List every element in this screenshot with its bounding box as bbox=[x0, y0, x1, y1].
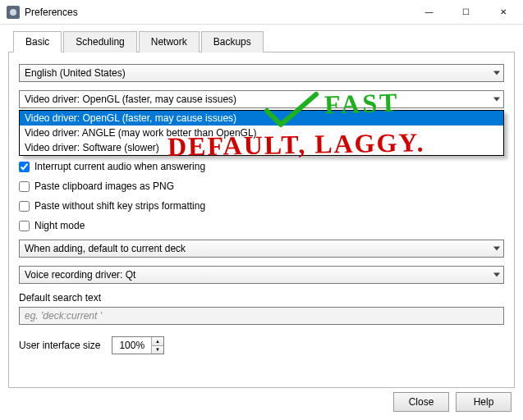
help-button[interactable]: Help bbox=[456, 392, 512, 412]
language-select[interactable]: English (United States) bbox=[19, 64, 504, 82]
night-mode-input[interactable] bbox=[19, 221, 30, 231]
chevron-down-icon bbox=[493, 247, 500, 251]
deck-default-value: When adding, default to current deck bbox=[25, 243, 186, 254]
paste-strip-label: Paste without shift key strips formattin… bbox=[34, 200, 205, 212]
window-titlebar: Preferences — ☐ ✕ bbox=[0, 0, 523, 25]
window-minimize-button[interactable]: — bbox=[411, 1, 447, 24]
deck-default-select[interactable]: When adding, default to current deck bbox=[19, 240, 504, 258]
voice-driver-value: Voice recording driver: Qt bbox=[25, 269, 135, 281]
paste-png-label: Paste clipboard images as PNG bbox=[34, 180, 174, 192]
tab-basic[interactable]: Basic bbox=[13, 31, 62, 52]
video-driver-option-software[interactable]: Video driver: Software (slower) bbox=[20, 140, 503, 155]
night-mode-checkbox[interactable]: Night mode bbox=[19, 220, 504, 231]
tab-backups[interactable]: Backups bbox=[201, 31, 264, 52]
paste-strip-input[interactable] bbox=[19, 201, 30, 212]
language-select-value: English (United States) bbox=[25, 67, 126, 79]
video-driver-option-opengl[interactable]: Video driver: OpenGL (faster, may cause … bbox=[20, 111, 503, 126]
video-driver-select-value: Video driver: OpenGL (faster, may cause … bbox=[25, 94, 236, 105]
basic-panel: English (United States) Video driver: Op… bbox=[8, 52, 515, 388]
video-driver-select[interactable]: Video driver: OpenGL (faster, may cause … bbox=[19, 90, 504, 108]
interrupt-audio-label: Interrupt current audio when answering bbox=[34, 161, 205, 172]
app-icon bbox=[7, 6, 20, 19]
paste-strip-checkbox[interactable]: Paste without shift key strips formattin… bbox=[19, 200, 504, 212]
video-driver-dropdown: Video driver: OpenGL (faster, may cause … bbox=[19, 110, 504, 156]
chevron-down-icon bbox=[493, 71, 500, 75]
tab-scheduling[interactable]: Scheduling bbox=[63, 31, 136, 52]
chevron-down-icon bbox=[493, 273, 500, 277]
tab-strip: Basic Scheduling Network Backups bbox=[8, 31, 515, 52]
svg-point-0 bbox=[10, 9, 16, 16]
ui-size-up-button[interactable]: ▲ bbox=[152, 337, 163, 345]
voice-driver-select[interactable]: Voice recording driver: Qt bbox=[19, 266, 504, 284]
interrupt-audio-checkbox[interactable]: Interrupt current audio when answering bbox=[19, 161, 504, 172]
ui-size-value: 100% bbox=[112, 337, 151, 354]
default-search-input[interactable]: eg. 'deck:current ' bbox=[19, 307, 504, 325]
window-close-button[interactable]: ✕ bbox=[484, 1, 521, 24]
paste-png-input[interactable] bbox=[19, 181, 30, 192]
chevron-down-icon bbox=[493, 98, 500, 102]
default-search-placeholder: eg. 'deck:current ' bbox=[25, 310, 102, 322]
window-title: Preferences bbox=[25, 7, 411, 18]
video-driver-option-angle[interactable]: Video driver: ANGLE (may work better tha… bbox=[20, 126, 503, 140]
close-button[interactable]: Close bbox=[393, 392, 449, 412]
paste-png-checkbox[interactable]: Paste clipboard images as PNG bbox=[19, 180, 504, 192]
default-search-label: Default search text bbox=[19, 292, 504, 304]
ui-size-label: User interface size bbox=[19, 340, 100, 351]
ui-size-stepper[interactable]: 100% ▲ ▼ bbox=[112, 336, 164, 354]
ui-size-down-button[interactable]: ▼ bbox=[152, 345, 163, 354]
tab-network[interactable]: Network bbox=[139, 31, 200, 52]
window-maximize-button[interactable]: ☐ bbox=[447, 1, 484, 24]
night-mode-label: Night mode bbox=[34, 220, 85, 231]
interrupt-audio-input[interactable] bbox=[19, 162, 30, 172]
